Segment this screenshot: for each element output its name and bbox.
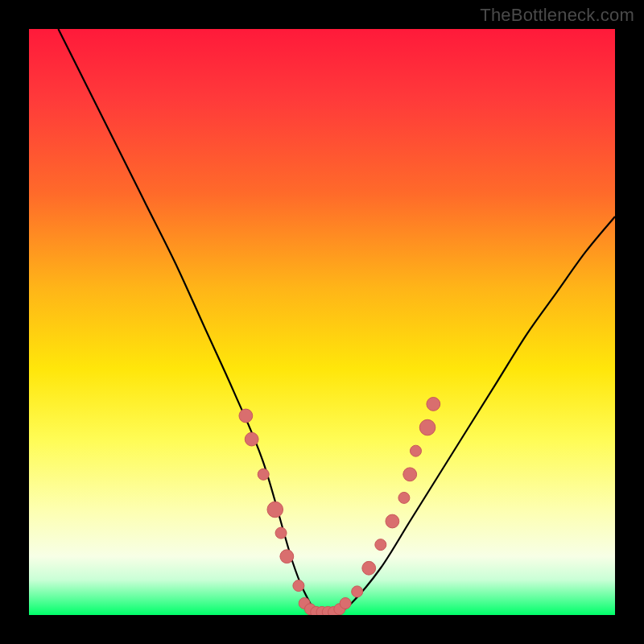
data-point	[362, 561, 376, 575]
data-points	[239, 398, 440, 615]
data-point	[386, 514, 399, 528]
chart-overlay	[29, 29, 615, 615]
data-point	[427, 398, 440, 411]
bottleneck-curve	[58, 29, 615, 615]
data-point	[245, 432, 258, 446]
data-point	[398, 492, 410, 503]
chart-frame: TheBottleneck.com	[0, 0, 644, 644]
data-point	[410, 445, 421, 456]
data-point	[352, 586, 363, 597]
data-point	[293, 580, 304, 592]
data-point	[403, 468, 417, 481]
data-point	[239, 409, 253, 423]
plot-area	[29, 29, 615, 615]
data-point	[419, 419, 436, 436]
data-point	[275, 527, 287, 539]
data-point	[375, 539, 386, 551]
data-point	[267, 502, 283, 518]
data-point	[340, 597, 351, 609]
data-point	[258, 469, 269, 480]
attribution-text: TheBottleneck.com	[480, 5, 634, 26]
data-point	[280, 550, 294, 564]
